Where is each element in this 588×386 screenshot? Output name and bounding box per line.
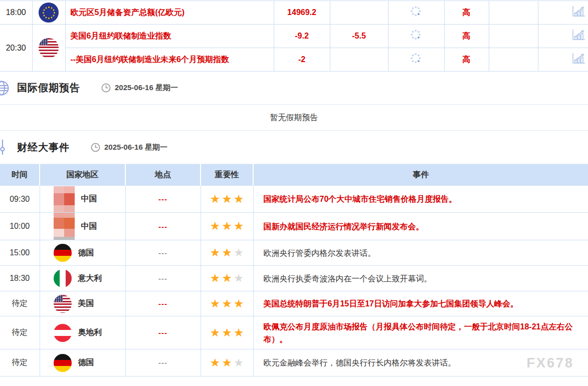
loading-cell bbox=[388, 25, 444, 48]
history-chart-icon[interactable] bbox=[571, 53, 585, 65]
col-header-event: 事件 bbox=[253, 164, 588, 186]
loading-spinner-icon bbox=[411, 6, 422, 17]
holiday-date: 2025-06-16 星期一 bbox=[101, 83, 178, 93]
holiday-section-header: 国际假期预告 2025-06-16 星期一 bbox=[0, 72, 588, 105]
empty-cell bbox=[489, 1, 538, 25]
loading-spinner-icon bbox=[411, 30, 422, 41]
clock-icon bbox=[101, 83, 111, 93]
event-location: --- bbox=[125, 186, 201, 213]
indicator-name-link[interactable]: --美国6月纽约联储制造业未来6个月预期指数 bbox=[65, 48, 274, 72]
indicator-name-link[interactable]: 美国6月纽约联储制造业指数 bbox=[65, 25, 274, 48]
importance-stars: ★★★ bbox=[201, 240, 253, 266]
importance-stars: ★★★ bbox=[201, 349, 253, 376]
country-cell: 奥地利 bbox=[40, 316, 125, 349]
indicator-name-link[interactable]: 欧元区5月储备资产总额(亿欧元) bbox=[65, 1, 274, 25]
econ-row: 18:00 欧元区5月储备资产总额(亿欧元) 14969.2 高 bbox=[0, 1, 588, 25]
importance-badge: 高 bbox=[444, 1, 489, 25]
country-cell: 意大利 bbox=[40, 266, 125, 291]
globe-icon bbox=[0, 80, 10, 96]
eu-flag-icon bbox=[39, 3, 59, 23]
event-row: 待定 美国 --- ★★★ 美国总统特朗普于6月15日至17日访问加拿大参加七国… bbox=[0, 291, 588, 316]
empty-cell bbox=[489, 25, 538, 48]
actual-value: -9.2 bbox=[274, 25, 330, 48]
events-table-header: 时间 国家地区 地点 重要性 事件 bbox=[0, 164, 588, 186]
chart-cell bbox=[538, 25, 588, 48]
econ-row: 20:30 美国6月纽约联储制造业指数 -9.2 -5.5 高 bbox=[0, 25, 588, 48]
event-time: 20:30 bbox=[0, 25, 32, 72]
country-name: 美国 bbox=[78, 298, 94, 309]
importance-badge: 高 bbox=[444, 25, 489, 48]
event-time: 09:30 bbox=[0, 186, 40, 213]
country-cell: 中国 bbox=[40, 186, 125, 213]
no-holiday-message: 暂无假期预告 bbox=[0, 105, 588, 131]
finance-sliders-icon bbox=[0, 139, 10, 156]
event-location: --- bbox=[125, 266, 201, 291]
event-time: 待定 bbox=[0, 349, 40, 376]
event-description: 欧洲央行执委奇波洛内在一个会议上致开幕词。 bbox=[253, 266, 588, 291]
event-description: 国家统计局公布70个大中城市住宅销售价格月度报告。 bbox=[253, 186, 588, 213]
germany-flag-icon bbox=[54, 354, 72, 372]
col-header-time: 时间 bbox=[0, 164, 40, 186]
event-row: 15:00 德国 --- ★★★ 欧洲央行管委内格尔发表讲话。 bbox=[0, 240, 588, 266]
event-location: --- bbox=[125, 291, 201, 316]
loading-spinner-icon bbox=[411, 53, 422, 64]
col-header-location: 地点 bbox=[125, 164, 201, 186]
events-section-header: 财经大事件 2025-06-16 星期一 bbox=[0, 131, 588, 164]
country-cell: 美国 bbox=[40, 291, 125, 316]
chart-cell bbox=[538, 48, 588, 72]
germany-flag-icon bbox=[54, 244, 72, 262]
forecast-value bbox=[330, 1, 388, 25]
col-header-importance: 重要性 bbox=[201, 164, 253, 186]
event-row: 10:00 中国 --- ★★★ 国新办就国民经济运行情况举行新闻发布会。 bbox=[0, 213, 588, 240]
event-time: 18:30 bbox=[0, 266, 40, 291]
fx678-watermark: FX678 bbox=[526, 355, 574, 371]
italy-flag-icon bbox=[54, 269, 72, 287]
country-name: 中国 bbox=[81, 194, 97, 204]
event-location: --- bbox=[125, 213, 201, 240]
event-row: 待定 德国 --- ★★★ 欧元金融峰会举行，德国央行行长内格尔将发表讲话。 bbox=[0, 349, 588, 376]
event-description: 美国总统特朗普于6月15日至17日访问加拿大参加七国集团领导人峰会。 bbox=[253, 291, 588, 316]
event-location: --- bbox=[125, 316, 201, 349]
us-flag-icon bbox=[54, 295, 72, 313]
chart-cell bbox=[538, 1, 588, 25]
event-time: 10:00 bbox=[0, 213, 40, 240]
col-header-country: 国家地区 bbox=[40, 164, 125, 186]
history-chart-icon[interactable] bbox=[571, 6, 585, 18]
country-flag-cell bbox=[32, 25, 65, 72]
country-name: 意大利 bbox=[78, 273, 102, 284]
us-flag-icon bbox=[39, 38, 59, 58]
country-cell: 德国 bbox=[40, 240, 125, 266]
forecast-value bbox=[330, 48, 388, 72]
empty-cell bbox=[489, 48, 538, 72]
event-location: --- bbox=[125, 240, 201, 266]
holiday-section-title: 国际假期预告 bbox=[17, 81, 80, 95]
country-name: 德国 bbox=[78, 248, 94, 258]
events-date: 2025-06-16 星期一 bbox=[91, 143, 167, 152]
event-description: 欧洲央行管委内格尔发表讲话。 bbox=[253, 240, 588, 266]
china-flag-censored-icon bbox=[54, 213, 75, 240]
events-section-title: 财经大事件 bbox=[17, 141, 70, 154]
event-row: 待定 奥地利 --- ★★★ 欧佩克公布月度原油市场报告（月报具体公布时间待定，… bbox=[0, 316, 588, 349]
event-row: 18:30 意大利 --- ★★★ 欧洲央行执委奇波洛内在一个会议上致开幕词。 bbox=[0, 266, 588, 291]
china-flag-censored-icon bbox=[54, 186, 75, 212]
economic-data-table: 18:00 欧元区5月储备资产总额(亿欧元) 14969.2 高 bbox=[0, 1, 588, 72]
event-time: 待定 bbox=[0, 291, 40, 316]
actual-value: -2 bbox=[274, 48, 330, 72]
country-name: 德国 bbox=[78, 357, 94, 368]
clock-icon bbox=[91, 143, 100, 152]
importance-badge: 高 bbox=[444, 48, 489, 72]
event-time: 18:00 bbox=[0, 1, 32, 25]
event-description: 欧佩克公布月度原油市场报告（月报具体公布时间待定，一般于北京时间18-21点左右… bbox=[253, 316, 588, 349]
event-time: 15:00 bbox=[0, 240, 40, 266]
econ-row: --美国6月纽约联储制造业未来6个月预期指数 -2 高 bbox=[0, 48, 588, 72]
austria-flag-icon bbox=[54, 324, 72, 342]
actual-value: 14969.2 bbox=[274, 1, 330, 25]
event-location: --- bbox=[125, 349, 201, 376]
country-name: 奥地利 bbox=[78, 327, 102, 338]
history-chart-icon[interactable] bbox=[571, 29, 585, 41]
importance-stars: ★★★ bbox=[201, 266, 253, 291]
country-cell: 中国 bbox=[40, 213, 125, 240]
event-row: 09:30 中国 --- ★★★ 国家统计局公布70个大中城市住宅销售价格月度报… bbox=[0, 186, 588, 213]
importance-stars: ★★★ bbox=[201, 291, 253, 316]
country-cell: 德国 bbox=[40, 349, 125, 376]
